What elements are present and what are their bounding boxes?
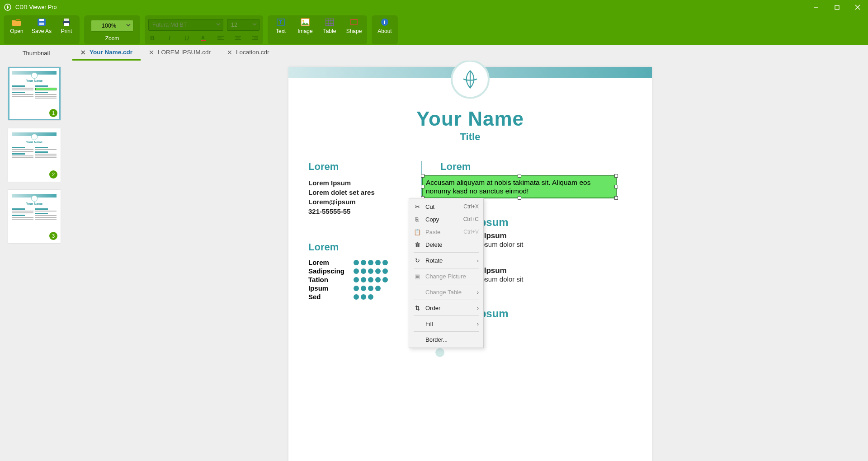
text-icon: T: [276, 17, 285, 27]
close-icon[interactable]: ✕: [227, 49, 232, 56]
chevron-right-icon: ›: [477, 289, 479, 296]
svg-point-25: [302, 20, 304, 22]
page-logo: [451, 61, 490, 99]
zoom-select[interactable]: 100%: [91, 20, 133, 32]
saveas-button[interactable]: Save As: [32, 17, 52, 34]
shape-icon: [350, 17, 358, 27]
left-column: Lorem Lorem Ipsum Lorem dolet set ares L…: [308, 161, 421, 322]
save-icon: [37, 17, 47, 27]
svg-rect-9: [64, 19, 69, 21]
skill-row: Sed: [308, 293, 410, 301]
folder-open-icon: [11, 17, 22, 27]
ribbon-group-text: Futura Md BT 12 B I U A: [145, 15, 263, 44]
svg-rect-6: [39, 19, 44, 21]
chevron-down-icon: [126, 23, 131, 29]
ctx-copy[interactable]: ⎘CopyCtrl+C: [409, 213, 483, 226]
svg-rect-31: [351, 19, 357, 25]
bold-button[interactable]: B: [148, 34, 156, 42]
page-headline: Your Name Title: [288, 108, 652, 143]
skill-row: Ipsum: [308, 284, 410, 292]
chevron-right-icon: ›: [477, 305, 479, 311]
insert-shape-button[interactable]: Shape: [344, 17, 363, 34]
thumbnail-panel-label: Thumbnail: [0, 45, 72, 61]
underline-button[interactable]: U: [183, 34, 191, 42]
contact-text: Lorem Ipsum Lorem dolet set ares Lorem@i…: [308, 178, 410, 216]
section-heading: Lorem: [308, 161, 410, 173]
document-tab[interactable]: ✕ Your Name.cdr: [72, 45, 141, 61]
chevron-right-icon: ›: [477, 257, 479, 264]
insert-text-button[interactable]: T Text: [271, 17, 290, 34]
page-subtitle: Title: [288, 131, 652, 143]
svg-rect-10: [64, 23, 69, 26]
close-icon[interactable]: ✕: [149, 49, 154, 56]
chevron-down-icon: [216, 22, 221, 28]
print-button[interactable]: Print: [57, 17, 76, 34]
ctx-change-picture: ▣Change Picture: [409, 270, 483, 282]
page-thumbnail[interactable]: Your Name 1: [8, 67, 61, 120]
skill-row: Sadipscing: [308, 267, 410, 275]
copy-icon: ⎘: [414, 216, 421, 223]
table-icon: [326, 17, 334, 27]
ctx-rotate[interactable]: ↻Rotate›: [409, 254, 483, 267]
ribbon-group-insert: T Text Image Table Shape: [268, 15, 367, 44]
window-minimize-button[interactable]: [806, 0, 826, 14]
ribbon-group-about: i About: [372, 15, 398, 44]
page-number-badge: 1: [49, 109, 57, 117]
open-button[interactable]: Open: [7, 17, 26, 34]
page-thumbnail[interactable]: Your Name 3: [8, 190, 61, 243]
ctx-paste: 📋PasteCtrl+V: [409, 226, 483, 238]
document-tab[interactable]: ✕ LOREM IPSUM.cdr: [141, 45, 219, 61]
about-button[interactable]: i About: [375, 17, 394, 34]
timeline-dot-icon: [435, 348, 444, 357]
align-center-button[interactable]: [234, 35, 242, 41]
ctx-border[interactable]: Border...: [409, 333, 483, 346]
ctx-cut[interactable]: ✂CutCtrl+X: [409, 200, 483, 213]
ribbon: Open Save As Print 100% Zoom Futura Md B…: [0, 14, 868, 45]
context-menu: ✂CutCtrl+X ⎘CopyCtrl+C 📋PasteCtrl+V 🗑Del…: [409, 198, 484, 348]
image-icon: ▣: [414, 273, 421, 280]
font-color-button[interactable]: A: [200, 34, 208, 42]
align-left-button[interactable]: [217, 35, 225, 41]
align-right-button[interactable]: [251, 35, 259, 41]
window-close-button[interactable]: [847, 0, 868, 14]
italic-button[interactable]: I: [165, 34, 174, 42]
document-tab[interactable]: ✕ Location.cdr: [219, 45, 278, 61]
ctx-order[interactable]: ⇅Order›: [409, 301, 483, 314]
app-title: CDR Viewer Pro: [15, 4, 57, 10]
info-icon: i: [380, 17, 389, 27]
chevron-down-icon: [252, 22, 257, 28]
titlebar: CDR Viewer Pro: [0, 0, 868, 14]
page-thumbnail[interactable]: Your Name 2: [8, 128, 61, 182]
insert-image-button[interactable]: Image: [296, 17, 315, 34]
page-number-badge: 2: [49, 170, 57, 179]
selected-text-object[interactable]: Accusam aliquyam at nobis takimata sit. …: [422, 175, 617, 198]
ribbon-group-zoom: 100% Zoom: [84, 15, 140, 44]
svg-rect-2: [835, 5, 839, 9]
window-maximize-button[interactable]: [826, 0, 847, 14]
svg-text:T: T: [279, 19, 282, 25]
close-icon[interactable]: ✕: [80, 49, 86, 56]
paste-icon: 📋: [414, 229, 421, 235]
font-size-select[interactable]: 12: [227, 19, 259, 31]
section-heading: Lorem: [440, 161, 632, 173]
ribbon-group-file: Open Save As Print: [4, 15, 80, 44]
image-icon: [301, 17, 310, 27]
thumbnail-sidebar: Your Name 1 Your Name 2 Your Name 3: [0, 61, 72, 461]
page-number-badge: 3: [49, 232, 57, 240]
skill-row: Lorem: [308, 259, 410, 266]
skill-row: Tation: [308, 276, 410, 283]
svg-text:A: A: [201, 35, 205, 40]
printer-icon: [61, 17, 71, 27]
font-family-select[interactable]: Futura Md BT: [148, 19, 223, 31]
skills-list: LoremSadipscingTationIpsumSed: [308, 259, 410, 301]
rotate-icon: ↻: [414, 257, 421, 264]
ctx-delete[interactable]: 🗑Delete: [409, 238, 483, 251]
svg-rect-12: [201, 40, 206, 41]
tabstrip: Thumbnail ✕ Your Name.cdr ✕ LOREM IPSUM.…: [0, 45, 868, 61]
page-title: Your Name: [288, 108, 652, 130]
insert-table-button[interactable]: Table: [320, 17, 339, 34]
cut-icon: ✂: [414, 203, 421, 210]
svg-text:i: i: [384, 19, 385, 25]
app-icon: [4, 3, 12, 11]
ctx-fill[interactable]: Fill›: [409, 317, 483, 330]
